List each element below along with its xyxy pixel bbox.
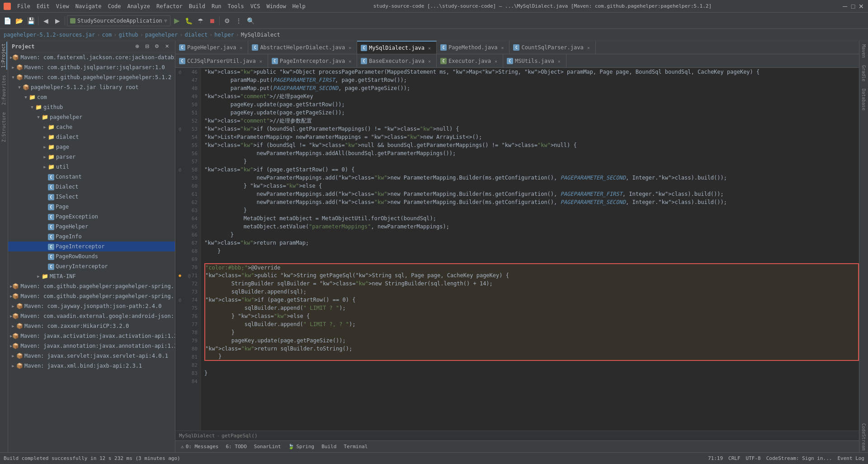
menu-file[interactable]: File [14,2,33,10]
save-all-button[interactable]: 💾 [25,15,36,26]
terminal-tab[interactable]: Terminal [340,443,371,450]
tab-row2-0[interactable]: C CCJSqlParserUtil.java ✕ [175,54,268,68]
tab-row2-4[interactable]: C MSUtils.java ✕ [503,54,566,68]
tree-item[interactable]: ▼ 📁 github [8,102,175,112]
tab-row2-1[interactable]: C PageInterceptor.java ✕ [268,54,358,68]
tab-pagehelper[interactable]: C PageHelper.java ✕ [175,41,248,54]
tree-item[interactable]: ▶ 📁 parser [8,152,175,162]
more-button[interactable]: ⋮ [233,15,244,26]
menu-window[interactable]: Window [264,2,288,10]
tab-row2-3[interactable]: C Executor.java ✕ [437,54,503,68]
tree-item[interactable]: ▼ 📁 com [8,92,175,102]
tab-close[interactable]: ✕ [426,58,433,64]
collapse-btn[interactable]: ⊟ [142,42,151,51]
window-controls[interactable]: ─ □ ✕ [842,3,864,9]
tab-close[interactable]: ✕ [585,44,592,51]
menu-analyze[interactable]: Analyze [124,2,153,10]
tree-item[interactable]: ▶ 📦 Maven: com.jayway.jsonpath:json-path… [8,301,175,311]
search-button[interactable]: 🔍 [245,15,256,26]
tab-close[interactable]: ✕ [258,58,264,64]
tab-close[interactable]: ✕ [347,58,353,64]
menu-bar[interactable]: File Edit View Navigate Code Analyze Ref… [14,2,308,10]
tree-item[interactable]: C PageHelper [8,222,175,232]
tab-mysqldialect[interactable]: C MySqlDialect.java ✕ [357,41,437,54]
sidebar-actions[interactable]: ⊕ ⊟ ⚙ ✕ [132,42,171,51]
tree-item[interactable]: ▶ 📁 page [8,142,175,152]
tree-item[interactable]: ▶ 📦 Maven: javax.servlet:javax.servlet-a… [8,351,175,361]
tab-close[interactable]: ✕ [499,44,505,51]
codestream-panel-btn[interactable]: CodeStream [861,421,867,452]
build-tab[interactable]: Build [318,443,340,450]
tree-item[interactable]: C PageInfo [8,232,175,241]
breadcrumb-com[interactable]: com [102,32,112,38]
tree-item[interactable]: C Page [8,202,175,212]
tab-row2-2[interactable]: C BaseExecutor.java ✕ [357,54,437,68]
close-sidebar-btn[interactable]: ✕ [162,42,171,51]
tree-item[interactable]: ▼ 📁 pagehelper [8,112,175,122]
debug-button[interactable]: 🐛 [183,15,194,26]
tree-item[interactable]: ▶ 📦 Maven: com.vaadin.external.google:an… [8,311,175,321]
maven-panel-btn[interactable]: Maven [861,43,867,60]
tab-close[interactable]: ✕ [347,44,353,51]
tree-item[interactable]: ▶ 📦 Maven: com.github.pagehelper:pagehel… [8,281,175,291]
menu-help[interactable]: Help [290,2,308,10]
tree-item[interactable]: ▶ 📦 Maven: javax.activation:javax.activa… [8,331,175,341]
tree-item[interactable]: C PageRowBounds [8,251,175,261]
menu-navigate[interactable]: Navigate [73,2,104,10]
tree-item[interactable]: ▶ 📁 util [8,162,175,172]
forward-button[interactable]: ▶ [52,15,63,26]
run-config-dropdown[interactable]: StudySourceCodeApplication ▼ [67,15,170,26]
tree-item[interactable]: ▶ 📁 dialect [8,132,175,142]
close-button[interactable]: ✕ [858,3,864,9]
tree-item[interactable]: C PageException [8,212,175,222]
sync-btn[interactable]: ⊕ [132,42,142,51]
tab-abstracthelperdialect[interactable]: C AbstractHelperDialect.java ✕ [248,41,357,54]
event-log[interactable]: Event Log [837,455,864,461]
menu-build[interactable]: Build [186,2,208,10]
spring-tab[interactable]: 🍃 Spring [284,443,318,450]
breadcrumb-pagehelper[interactable]: pagehelper [145,32,178,38]
todo-tab[interactable]: 6: TODO [222,443,250,450]
sonar-tab[interactable]: SonarLint [250,443,285,450]
tab-countsqlparser[interactable]: C CountSqlParser.java ✕ [509,41,595,54]
tree-item[interactable]: ▶ 📁 META-INF [8,271,175,281]
tree-item[interactable]: C QueryInterceptor [8,261,175,271]
coverage-button[interactable]: ☂ [195,15,206,26]
favorites-panel-btn[interactable]: 2:Favorites [1,73,7,107]
breadcrumb-helper[interactable]: helper [214,32,234,38]
tree-item[interactable]: C PageInterceptor [8,241,175,251]
gradle-panel-btn[interactable]: Gradle [861,63,867,83]
menu-code[interactable]: Code [105,2,124,10]
tab-close[interactable]: ✕ [556,58,562,64]
settings-sidebar-btn[interactable]: ⚙ [152,42,161,51]
stop-button[interactable]: ⏹ [207,15,217,26]
menu-edit[interactable]: Edit [34,2,52,10]
run-button[interactable]: ▶ [171,15,182,26]
tree-item[interactable]: ▶ 📦 Maven: javax.annotation:javax.annota… [8,341,175,351]
minimize-button[interactable]: ─ [842,3,848,9]
tree-item[interactable]: ▶ 📦 Maven: com.github.pagehelper:pagehel… [8,291,175,301]
tree-item[interactable]: ▼ 📦 Maven: com.github.pagehelper:pagehel… [8,72,175,82]
project-panel-btn[interactable]: 1:Project [0,42,7,70]
new-file-button[interactable]: 📄 [2,15,13,26]
tab-pagemethod[interactable]: C PageMethod.java ✕ [437,41,509,54]
maximize-button[interactable]: □ [850,3,856,9]
breadcrumb-github[interactable]: github [118,32,138,38]
tree-item[interactable]: ▶ 📁 cache [8,122,175,132]
tab-close[interactable]: ✕ [426,45,433,51]
settings-button[interactable]: ⚙ [222,15,232,26]
tree-item[interactable]: ▶ 📦 Maven: javax.xml.bind:jaxb-api:2.3.1 [8,361,175,371]
open-button[interactable]: 📂 [14,15,24,26]
tab-close[interactable]: ✕ [238,44,244,51]
tree-item[interactable]: C Constant [8,172,175,182]
tree-item[interactable]: C ISelect [8,192,175,202]
menu-run[interactable]: Run [209,2,224,10]
menu-vcs[interactable]: VCS [248,2,263,10]
tree-item[interactable]: C Dialect [8,182,175,192]
tab-close[interactable]: ✕ [493,58,499,64]
database-panel-btn[interactable]: Database [861,87,867,112]
messages-tab[interactable]: ⚠ 0: Messages [177,443,222,450]
tree-item[interactable]: ▼ 📦 pagehelper-5.1.2.jar library root [8,82,175,92]
tree-item[interactable]: ▶ 📦 Maven: com.fasterxml.jackson.core:ja… [8,52,175,62]
codestream-status[interactable]: CodeStream: Sign in... [766,455,832,461]
